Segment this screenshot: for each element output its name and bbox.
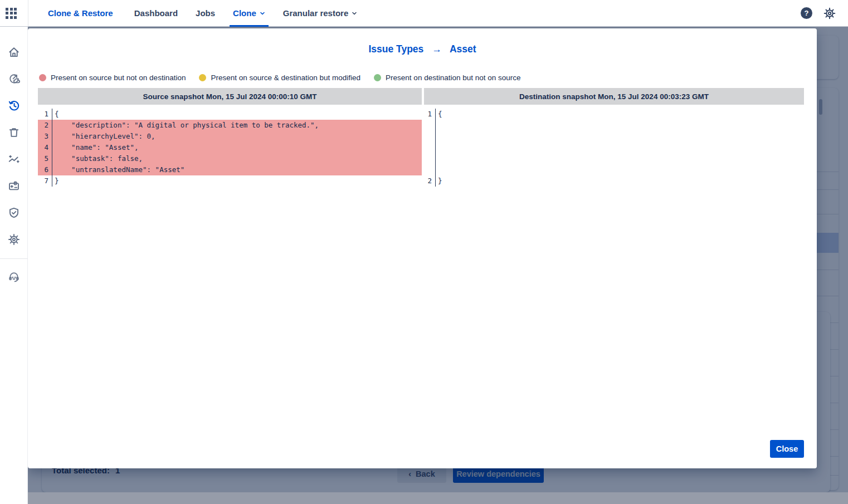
nav-item-dashboard[interactable]: Dashboard: [125, 0, 187, 27]
history-clock-icon[interactable]: [0, 92, 28, 119]
legend-item-source-only: Present on source but not on destination: [39, 74, 186, 82]
app-switcher-icon[interactable]: [6, 8, 17, 19]
left-sidebar: [0, 27, 28, 504]
shield-check-icon[interactable]: [0, 199, 28, 226]
nav-divider: [28, 0, 28, 27]
yellow-dot-icon: [199, 74, 206, 81]
nav-item-jobs[interactable]: Jobs: [187, 0, 224, 27]
trash-icon[interactable]: [0, 119, 28, 146]
red-dot-icon: [39, 74, 46, 81]
headset-icon[interactable]: [0, 263, 28, 290]
chevron-down-icon: [352, 11, 357, 16]
legend-item-destination-only: Present on destination but not on source: [374, 74, 520, 82]
diff-line: 1{: [38, 109, 422, 120]
modal-title-right: Asset: [450, 43, 476, 55]
top-navigation-bar: Clone & Restore Dashboard Jobs Clone Gra…: [0, 0, 848, 27]
diff-line: 4 "name": "Asset",: [38, 142, 422, 153]
settings-gear-icon[interactable]: [823, 7, 836, 19]
diff-line: 7}: [38, 175, 422, 187]
diff-line: [424, 131, 804, 142]
cloud-restore-icon[interactable]: [0, 66, 28, 92]
arrow-right-icon: →: [432, 43, 442, 55]
sidebar-divider: [0, 258, 28, 259]
diff-legend: Present on source but not on destination…: [39, 74, 521, 82]
diff-line: 1{: [424, 109, 804, 120]
diff-view: Source snapshot Mon, 15 Jul 2024 00:00:1…: [38, 88, 804, 187]
diff-line: 2}: [424, 175, 804, 187]
gear-icon[interactable]: [0, 226, 28, 253]
nav-product-clone-restore[interactable]: Clone & Restore: [39, 0, 125, 27]
page-bottom-strip: [28, 492, 848, 504]
chevron-down-icon: [260, 11, 265, 16]
app-root: Total selected: 1 ‹ Back Review dependen…: [0, 0, 848, 504]
source-code: 1{2 "description": "A digital or physica…: [38, 109, 422, 187]
destination-code: 1{2}: [424, 109, 804, 187]
close-button[interactable]: Close: [770, 440, 804, 458]
diff-line: 3 "hierarchyLevel": 0,: [38, 131, 422, 142]
diff-line: 5 "subtask": false,: [38, 153, 422, 164]
diff-line: [424, 164, 804, 175]
source-panel-header: Source snapshot Mon, 15 Jul 2024 00:00:1…: [38, 88, 422, 105]
modal-title-left: Issue Types: [368, 43, 423, 55]
help-icon[interactable]: ?: [801, 7, 812, 19]
source-panel: Source snapshot Mon, 15 Jul 2024 00:00:1…: [38, 88, 422, 187]
diff-line: 6 "untranslatedName": "Asset": [38, 164, 422, 175]
diff-line: 2 "description": "A digital or physical …: [38, 120, 422, 131]
destination-panel: Destination snapshot Mon, 15 Jul 2024 00…: [424, 88, 804, 187]
legend-item-modified: Present on source & destination but modi…: [199, 74, 360, 82]
destination-panel-header: Destination snapshot Mon, 15 Jul 2024 00…: [424, 88, 804, 105]
diff-line: [424, 153, 804, 164]
diff-line: [424, 142, 804, 153]
home-icon[interactable]: [0, 39, 28, 66]
green-dot-icon: [374, 74, 381, 81]
diff-line: [424, 120, 804, 131]
badge-card-icon[interactable]: [0, 173, 28, 199]
diff-modal: Issue Types → Asset Present on source bu…: [28, 28, 817, 468]
modal-title: Issue Types → Asset: [28, 43, 817, 55]
trend-sparkle-icon[interactable]: [0, 146, 28, 173]
nav-item-clone[interactable]: Clone: [224, 0, 274, 27]
nav-item-granular-restore[interactable]: Granular restore: [274, 0, 367, 27]
